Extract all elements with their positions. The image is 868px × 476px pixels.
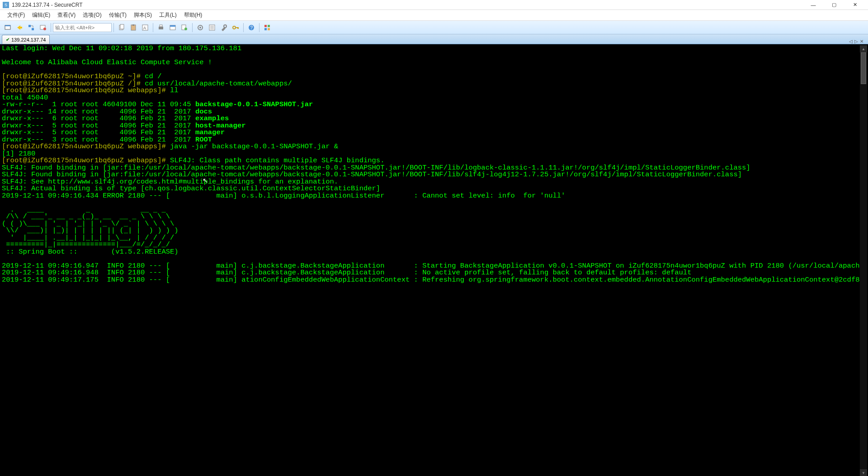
- reconnect-button[interactable]: [26, 22, 37, 33]
- toolbar-separator: [113, 23, 114, 32]
- scrollbar-thumb[interactable]: [861, 52, 866, 84]
- scroll-up-icon[interactable]: ▲: [860, 45, 867, 52]
- svg-point-5: [43, 28, 46, 30]
- tools-button[interactable]: [218, 22, 229, 33]
- options-button[interactable]: [195, 22, 206, 33]
- disconnect-button[interactable]: [38, 22, 48, 33]
- menu-view[interactable]: 查看(V): [54, 10, 79, 20]
- maximize-button[interactable]: ▢: [824, 0, 844, 9]
- toolbar: A ?: [0, 21, 868, 34]
- tab-extra-controls: ◁ ▷ ✕: [849, 39, 866, 44]
- close-button[interactable]: ✕: [844, 0, 865, 9]
- svg-rect-28: [268, 28, 270, 30]
- svg-point-19: [199, 27, 201, 28]
- window-titlebar: S 139.224.137.74 - SecureCRT — ▢ ✕: [0, 0, 868, 10]
- tab-scroll-right-icon[interactable]: ▷: [854, 39, 858, 44]
- svg-rect-25: [264, 25, 267, 27]
- menu-bar: 文件(F) 编辑(E) 查看(V) 选项(O) 传输(T) 脚本(S) 工具(L…: [0, 10, 868, 21]
- tab-bar: ✔ 139.224.137.74 ◁ ▷ ✕: [0, 34, 868, 44]
- toolbar-separator: [153, 23, 153, 32]
- terminal-area[interactable]: Last login: Wed Dec 11 09:02:18 2019 fro…: [0, 44, 868, 476]
- print-button[interactable]: [156, 22, 166, 33]
- svg-text:?: ?: [250, 25, 253, 30]
- new-session-button[interactable]: [179, 22, 190, 33]
- tab-close-icon[interactable]: ✕: [860, 39, 863, 44]
- copy-button[interactable]: [116, 22, 127, 33]
- svg-rect-12: [159, 27, 163, 29]
- paste-button[interactable]: [128, 22, 139, 33]
- help-button[interactable]: ?: [246, 22, 257, 33]
- menu-transfer[interactable]: 传输(T): [105, 10, 130, 20]
- menu-file[interactable]: 文件(F): [4, 10, 28, 20]
- menu-help[interactable]: 帮助(H): [180, 10, 206, 20]
- properties-button[interactable]: [167, 22, 178, 33]
- mouse-cursor-icon: ↖: [203, 177, 208, 184]
- svg-rect-2: [28, 25, 31, 27]
- svg-rect-13: [160, 25, 162, 27]
- svg-point-21: [224, 25, 226, 28]
- toolbar-separator: [259, 23, 259, 32]
- menu-options[interactable]: 选项(O): [79, 10, 105, 20]
- svg-rect-1: [5, 25, 10, 26]
- host-input[interactable]: [53, 23, 112, 32]
- app-icon: S: [3, 2, 9, 8]
- svg-point-22: [233, 26, 236, 29]
- menu-tools[interactable]: 工具(L): [156, 10, 180, 20]
- svg-rect-7: [120, 24, 124, 29]
- toolbar-separator: [243, 23, 244, 32]
- svg-text:A: A: [143, 26, 146, 30]
- tab-label: 139.224.137.74: [11, 37, 46, 42]
- connect-button[interactable]: [2, 22, 13, 33]
- svg-rect-3: [32, 28, 34, 30]
- svg-point-17: [184, 28, 187, 30]
- terminal-scrollbar[interactable]: ▲ ▼: [860, 45, 867, 476]
- minimize-button[interactable]: —: [803, 0, 824, 9]
- toolbar-separator: [192, 23, 193, 32]
- menu-script[interactable]: 脚本(S): [130, 10, 156, 20]
- quick-connect-button[interactable]: [14, 22, 25, 33]
- toolbar-separator: [51, 23, 51, 32]
- scrollbar-track[interactable]: [860, 52, 867, 469]
- svg-rect-15: [170, 25, 175, 27]
- tab-scroll-left-icon[interactable]: ◁: [849, 39, 853, 44]
- svg-rect-9: [132, 24, 134, 26]
- tab-connected-icon: ✔: [6, 37, 9, 42]
- svg-rect-27: [264, 28, 267, 30]
- terminal-output[interactable]: Last login: Wed Dec 11 09:02:18 2019 fro…: [0, 44, 860, 476]
- scroll-down-icon[interactable]: ▼: [860, 469, 867, 476]
- extra-button[interactable]: [262, 22, 273, 33]
- session-tab[interactable]: ✔ 139.224.137.74: [2, 35, 50, 44]
- window-title: 139.224.137.74 - SecureCRT: [12, 2, 803, 8]
- session-options-button[interactable]: [207, 22, 217, 33]
- menu-edit[interactable]: 编辑(E): [28, 10, 54, 20]
- find-button[interactable]: A: [140, 22, 151, 33]
- svg-rect-26: [268, 25, 270, 27]
- key-button[interactable]: [230, 22, 241, 33]
